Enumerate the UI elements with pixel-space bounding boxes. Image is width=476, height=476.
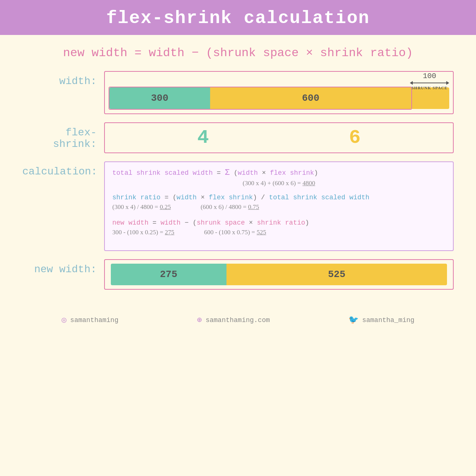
- calc-line1-sub: (300 x 4) + (600 x 6) = 4800: [112, 180, 446, 187]
- calc-4800-underline: 4800: [302, 180, 315, 187]
- calc-width1: width: [238, 169, 258, 177]
- calc-block-2: shrink ratio = (width × flex shrink) / t…: [112, 194, 446, 212]
- calculation-label: calculation:: [22, 161, 104, 177]
- flex-shrink-content: 4 6: [104, 122, 454, 153]
- calc-div: /: [261, 194, 269, 201]
- calc-sub3: 300 - (100 x 0.25) = 275: [112, 229, 174, 236]
- page-title: flex-shrink calculation: [0, 8, 476, 28]
- footer-item-1: ◎ samanthaming: [62, 315, 119, 325]
- width-label: width:: [22, 71, 104, 87]
- width-section: width: 100 SHRUNK SPACE 300: [22, 71, 454, 114]
- calculation-section: calculation: total shrink scaled width =…: [22, 161, 454, 251]
- calc-line3-sub: 300 - (100 x 0.25) = 275 600 - (100 x 0.…: [112, 229, 446, 238]
- calc-paren2: ): [314, 169, 318, 177]
- calculation-content: total shrink scaled width = Σ (width × f…: [104, 161, 454, 251]
- calc-paren6: ): [305, 219, 309, 226]
- footer-item-3: 🐦 samantha_ming: [348, 315, 414, 325]
- calc-shrunk2: shrunk space: [197, 219, 245, 226]
- calc-275: 275: [165, 229, 174, 236]
- calc-shrink-ratio-label: shrink ratio: [112, 194, 161, 201]
- calc-flex1: flex shrink: [270, 169, 314, 177]
- twitter-icon: 🐦: [348, 315, 358, 325]
- calc-width2: width: [177, 194, 197, 201]
- calc-flex2: flex shrink: [209, 194, 253, 201]
- footer-text-3: samantha_ming: [362, 316, 414, 324]
- calc-paren5: (: [193, 219, 197, 226]
- calc-eq1: =: [217, 169, 225, 177]
- arrow-right-icon: [446, 81, 449, 85]
- bar-yellow-extra: [412, 87, 449, 109]
- instagram-icon: ◎: [62, 315, 67, 325]
- shrunk-space-label: SHRUNK SPACE: [411, 86, 447, 90]
- calc-sigma: Σ: [225, 168, 229, 177]
- calc-eq3: =: [152, 219, 161, 226]
- calc-line2-sub: (300 x 4) / 4800 = 0.25 (600 x 6) / 4800…: [112, 203, 446, 212]
- calc-line3-formula: new width = width − (shrunk space × shri…: [112, 219, 446, 226]
- calc-new-width-label: new width: [112, 219, 148, 226]
- formula-text: new width = width − (shrunk space × shri…: [63, 46, 413, 60]
- calc-025: 0.25: [160, 203, 171, 210]
- main-content: new width = width − (shrunk space × shri…: [0, 35, 476, 305]
- calc-total2: total shrink scaled width: [269, 194, 369, 201]
- calc-line2-formula: shrink ratio = (width × flex shrink) / t…: [112, 194, 446, 201]
- new-width-bars: 275 525: [111, 264, 447, 285]
- arrow-shaft: [413, 83, 446, 83]
- inner-border-bars: 300 600: [109, 87, 412, 110]
- calc-525: 525: [257, 229, 266, 236]
- flex-shrink-section: flex-shrink: 4 6: [22, 122, 454, 153]
- new-width-label: new width:: [22, 259, 104, 275]
- bar-green-300: 300: [109, 87, 210, 109]
- flex-shrink-value-2: 6: [349, 127, 360, 149]
- header: flex-shrink calculation: [0, 0, 476, 35]
- footer: ◎ samanthaming ⊕ samanthaming.com 🐦 sama…: [0, 309, 476, 331]
- width-bars: 300 600: [109, 87, 449, 110]
- calc-times2: ×: [201, 194, 209, 201]
- flex-shrink-label: flex-shrink:: [22, 122, 104, 150]
- calc-paren3: (: [173, 194, 177, 201]
- calc-total-label: total shrink scaled width: [112, 169, 213, 177]
- calc-width3: width: [161, 219, 181, 226]
- new-width-content: 275 525: [104, 259, 454, 290]
- footer-text-1: samanthaming: [70, 316, 119, 324]
- calc-line1-formula: total shrink scaled width = Σ (width × f…: [112, 168, 446, 177]
- bar-yellow-600: 600: [210, 87, 411, 109]
- new-bar-green: 275: [111, 264, 226, 285]
- calc-ratio2: shrink ratio: [257, 219, 305, 226]
- new-bar-yellow: 525: [226, 264, 447, 285]
- web-icon: ⊕: [197, 315, 202, 325]
- flex-shrink-value-1: 4: [197, 127, 209, 149]
- main-formula: new width = width − (shrunk space × shri…: [22, 46, 454, 60]
- calc-block-1: total shrink scaled width = Σ (width × f…: [112, 168, 446, 187]
- calc-sub2: (600 x 6) / 4800 = 0.75: [200, 203, 259, 211]
- calc-paren1: (: [234, 169, 238, 177]
- calc-sub4: 600 - (100 x 0.75) = 525: [204, 229, 266, 236]
- calc-block-3: new width = width − (shrunk space × shri…: [112, 219, 446, 238]
- calc-paren4: ): [253, 194, 257, 201]
- calc-times1: ×: [262, 169, 270, 177]
- calc-sub1: (300 x 4) / 4800 = 0.25: [112, 203, 171, 211]
- calc-eq2: =: [164, 194, 173, 201]
- calc-times3: ×: [249, 219, 257, 226]
- shrunk-space-number: 100: [423, 72, 436, 80]
- footer-text-2: samanthaming.com: [206, 316, 270, 324]
- arrow-left-icon: [410, 81, 413, 85]
- new-width-section: new width: 275 525: [22, 259, 454, 290]
- calc-075: 0.75: [248, 203, 259, 210]
- footer-item-2: ⊕ samanthaming.com: [197, 315, 270, 325]
- calc-minus: −: [184, 219, 193, 226]
- width-content: 100 SHRUNK SPACE 300 600: [104, 71, 454, 114]
